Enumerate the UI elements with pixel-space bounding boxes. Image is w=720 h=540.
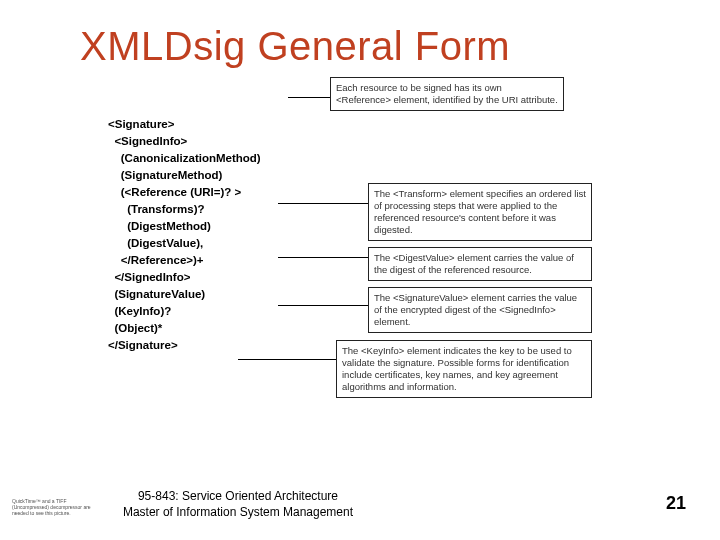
code-line: (SignatureMethod) [108, 169, 222, 181]
code-line: (<Reference (URI=)? > [108, 186, 241, 198]
callout-reference-uri: Each resource to be signed has its own <… [330, 77, 564, 111]
code-line: </Signature> [108, 339, 178, 351]
code-line: (Object)* [108, 322, 162, 334]
code-line: (Transforms)? [108, 203, 205, 215]
callout-transform: The <Transform> element specifies an ord… [368, 183, 592, 241]
quicktime-placeholder-text: QuickTime™ and a TIFF (Uncompressed) dec… [12, 498, 92, 516]
code-line: (DigestMethod) [108, 220, 211, 232]
slide-title: XMLDsig General Form [0, 0, 720, 69]
code-line: <SignedInfo> [108, 135, 187, 147]
callout-keyinfo: The <KeyInfo> element indicates the key … [336, 340, 592, 398]
footer-course: 95-843: Service Oriented Architecture [108, 488, 368, 504]
footer-dept: Master of Information System Management [108, 504, 368, 520]
code-line: </SignedInfo> [108, 271, 190, 283]
code-line: (DigestValue), [108, 237, 203, 249]
callout-signaturevalue: The <SignatureValue> element carries the… [368, 287, 592, 333]
connector-line [238, 359, 336, 360]
connector-line [278, 257, 368, 258]
code-line: (SignatureValue) [108, 288, 205, 300]
connector-line [278, 305, 368, 306]
callout-digestvalue: The <DigestValue> element carries the va… [368, 247, 592, 281]
code-line: (CanonicalizationMethod) [108, 152, 261, 164]
code-line: (KeyInfo)? [108, 305, 171, 317]
connector-line [278, 203, 368, 204]
code-line: <Signature> [108, 118, 174, 130]
footer-course-info: 95-843: Service Oriented Architecture Ma… [108, 488, 368, 520]
page-number: 21 [666, 493, 686, 514]
connector-line [288, 97, 330, 98]
diagram-area: <Signature> <SignedInfo> (Canonicalizati… [108, 99, 648, 439]
code-line: </Reference>)+ [108, 254, 204, 266]
